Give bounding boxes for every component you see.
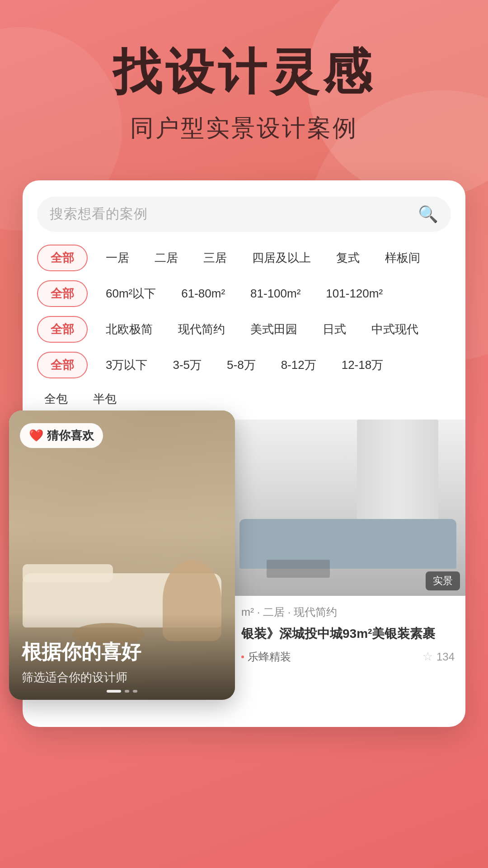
designer-dot: [241, 656, 244, 658]
filter-all-room[interactable]: 全部: [37, 245, 88, 271]
card-overlay: 根据你的喜好 筛选适合你的设计师: [9, 613, 235, 700]
heart-icon: ❤️: [29, 429, 43, 443]
filter-row-style: 全部 北欧极简 现代简约 美式田园 日式 中式现代: [37, 316, 451, 343]
filter-3-5w[interactable]: 3-5万: [165, 354, 209, 377]
star-count: ☆ 134: [422, 650, 455, 664]
hero-section: 找设计灵感 同户型实景设计案例: [0, 0, 488, 162]
search-placeholder: 搜索想看的案例: [50, 205, 411, 223]
filter-row-area: 全部 60m²以下 61-80m² 81-100m² 101-120m²: [37, 280, 451, 307]
grey-room-image: 实景: [230, 420, 465, 596]
filter-american[interactable]: 美式田园: [243, 318, 305, 341]
designer-label: 乐蜂精装: [248, 650, 291, 664]
search-icon[interactable]: 🔍: [418, 205, 438, 224]
filter-60sqm[interactable]: 60m²以下: [99, 282, 163, 305]
case-card[interactable]: 实景 m² · 二居 · 现代简约 银装》深城投中城93m²美银装素裹 乐蜂精装…: [230, 420, 465, 700]
filter-101-120sqm[interactable]: 101-120m²: [319, 283, 390, 304]
case-footer: 乐蜂精装 ☆ 134: [241, 650, 455, 664]
filter-full-package[interactable]: 全包: [37, 387, 75, 410]
case-title: 银装》深城投中城93m²美银装素裹: [241, 625, 455, 642]
search-input-container[interactable]: 搜索想看的案例 🔍: [37, 197, 451, 232]
real-badge: 实景: [426, 571, 460, 590]
progress-dots: [107, 690, 137, 693]
filter-showroom[interactable]: 样板间: [378, 246, 427, 269]
filter-japanese[interactable]: 日式: [315, 318, 353, 341]
case-tags: m² · 二居 · 现代简约: [241, 605, 455, 619]
filter-half-package[interactable]: 半包: [86, 387, 124, 410]
filter-5-8w[interactable]: 5-8万: [220, 354, 263, 377]
search-bar: 搜索想看的案例 🔍: [37, 180, 451, 232]
filter-81-100sqm[interactable]: 81-100m²: [243, 283, 308, 304]
dot-2: [125, 690, 129, 693]
filter-all-area[interactable]: 全部: [37, 280, 88, 307]
designer-info: 乐蜂精装: [241, 650, 291, 664]
content-grid: ❤️ 猜你喜欢 根据你的喜好 筛选适合你的设计师: [23, 420, 465, 727]
filter-2room[interactable]: 二居: [147, 246, 185, 269]
overlay-main: 根据你的喜好: [22, 640, 222, 664]
filter-row-package: 全包 半包: [37, 387, 451, 410]
filter-all-budget[interactable]: 全部: [37, 352, 88, 378]
main-card: 搜索想看的案例 🔍 全部 一居 二居 三居 四居及以上 复式 样板间 全部 60…: [23, 180, 465, 727]
filter-row-budget: 全部 3万以下 3-5万 5-8万 8-12万 12-18万: [37, 352, 451, 378]
filter-modern[interactable]: 现代简约: [171, 318, 232, 341]
hero-subtitle: 同户型实景设计案例: [27, 113, 461, 144]
badge-label: 猜你喜欢: [47, 428, 94, 443]
filter-duplex[interactable]: 复式: [329, 246, 367, 269]
filter-4room[interactable]: 四居及以上: [245, 246, 318, 269]
hero-title: 找设计灵感: [27, 45, 461, 99]
filter-section: 全部 一居 二居 三居 四居及以上 复式 样板间 全部 60m²以下 61-80…: [23, 232, 465, 410]
filter-61-80sqm[interactable]: 61-80m²: [174, 283, 232, 304]
filter-8-12w[interactable]: 8-12万: [274, 354, 324, 377]
filter-12-18w[interactable]: 12-18万: [334, 354, 391, 377]
overlay-sub: 筛选适合你的设计师: [22, 670, 222, 685]
recommendation-badge: ❤️ 猜你喜欢: [20, 423, 103, 448]
filter-chinese[interactable]: 中式现代: [364, 318, 426, 341]
filter-3w[interactable]: 3万以下: [99, 354, 155, 377]
star-icon: ☆: [422, 650, 433, 664]
case-info: m² · 二居 · 现代简约 银装》深城投中城93m²美银装素裹 乐蜂精装 ☆ …: [230, 596, 465, 673]
grey-table-decor: [267, 560, 330, 578]
count-value: 134: [436, 651, 455, 663]
recommendation-card[interactable]: ❤️ 猜你喜欢 根据你的喜好 筛选适合你的设计师: [9, 410, 235, 700]
filter-all-style[interactable]: 全部: [37, 316, 88, 343]
filter-nordic[interactable]: 北欧极简: [99, 318, 160, 341]
dot-active: [107, 690, 121, 693]
dot-3: [133, 690, 137, 693]
filter-row-room-type: 全部 一居 二居 三居 四居及以上 复式 样板间: [37, 245, 451, 271]
filter-3room[interactable]: 三居: [196, 246, 234, 269]
filter-1room[interactable]: 一居: [99, 246, 136, 269]
